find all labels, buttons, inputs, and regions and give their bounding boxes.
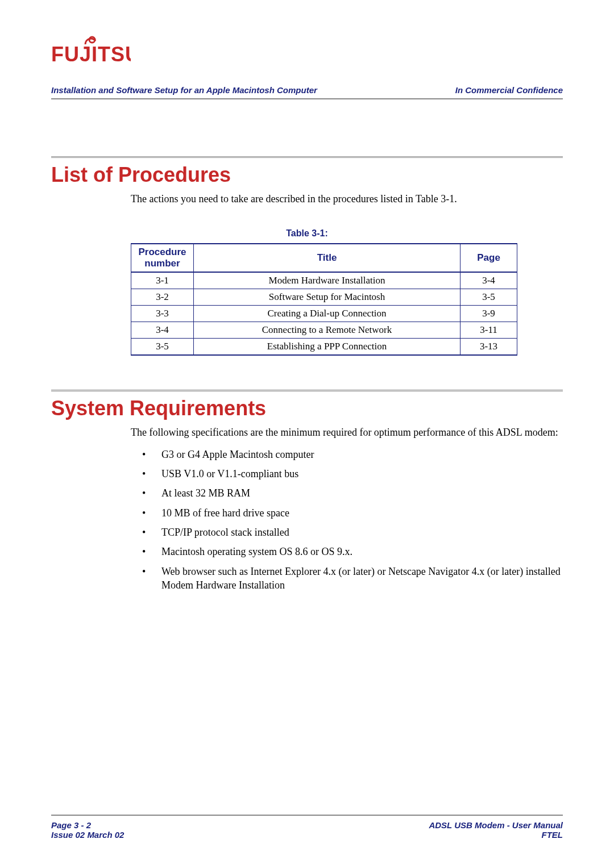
section1-intro: The actions you need to take are describ… [131,193,563,206]
svg-text:FUJITSU: FUJITSU [51,43,131,66]
procedures-table: Procedure number Title Page 3-1Modem Har… [131,243,517,356]
cell-title: Connecting to a Remote Network [193,322,460,339]
list-item: Web browser such as Internet Explorer 4.… [142,565,563,592]
list-item: At least 32 MB RAM [142,486,563,500]
section-rule [51,156,563,160]
cell-proc: 3-3 [131,306,194,322]
col-header-procedure: Procedure number [131,244,194,272]
header-right: In Commercial Confidence [455,85,563,95]
cell-title: Software Setup for Macintosh [193,289,460,306]
header-rule [51,98,563,99]
heading-system-requirements: System Requirements [51,397,563,420]
footer-org: FTEL [429,830,563,840]
list-item: 10 MB of free hard drive space [142,506,563,520]
footer-page: Page 3 - 2 [51,820,124,830]
footer-doc-title: ADSL USB Modem - User Manual [429,820,563,830]
cell-page: 3-9 [460,306,517,322]
page-footer: Page 3 - 2 Issue 02 March 02 ADSL USB Mo… [51,815,563,840]
header-left: Installation and Software Setup for an A… [51,85,317,95]
fujitsu-logo: FUJITSU [51,34,563,68]
table-row: 3-4Connecting to a Remote Network3-11 [131,322,517,339]
list-item: USB V1.0 or V1.1-compliant bus [142,467,563,481]
cell-proc: 3-1 [131,272,194,289]
col-header-title: Title [193,244,460,272]
table-header-row: Procedure number Title Page [131,244,517,272]
cell-proc: 3-5 [131,339,194,356]
cell-page: 3-13 [460,339,517,356]
page-header: Installation and Software Setup for an A… [51,85,563,98]
cell-proc: 3-2 [131,289,194,306]
table-row: 3-3Creating a Dial-up Connection3-9 [131,306,517,322]
list-item: Macintosh operating system OS 8.6 or OS … [142,545,563,558]
table-row: 3-1Modem Hardware Installation3-4 [131,272,517,289]
footer-rule [51,815,563,816]
cell-page: 3-4 [460,272,517,289]
cell-page: 3-5 [460,289,517,306]
list-item: G3 or G4 Apple Macintosh computer [142,448,563,461]
cell-page: 3-11 [460,322,517,339]
table-caption: Table 3-1: [51,228,563,239]
cell-proc: 3-4 [131,322,194,339]
footer-issue: Issue 02 March 02 [51,830,124,840]
section2-intro: The following specifications are the min… [131,426,563,439]
col-header-page: Page [460,244,517,272]
requirements-list: G3 or G4 Apple Macintosh computerUSB V1.… [142,448,563,592]
cell-title: Creating a Dial-up Connection [193,306,460,322]
table-row: 3-5Establishing a PPP Connection3-13 [131,339,517,356]
list-item: TCP/IP protocol stack installed [142,525,563,539]
section-rule [51,390,563,393]
cell-title: Modem Hardware Installation [193,272,460,289]
heading-list-of-procedures: List of Procedures [51,163,563,187]
table-row: 3-2Software Setup for Macintosh3-5 [131,289,517,306]
cell-title: Establishing a PPP Connection [193,339,460,356]
